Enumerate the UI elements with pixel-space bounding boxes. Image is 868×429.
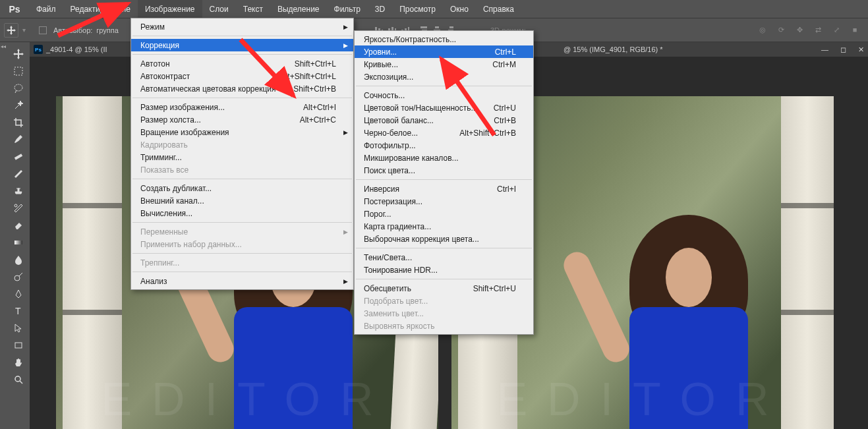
menu-item[interactable]: Цветовой баланс...Ctrl+B [355,114,533,127]
minimize-button[interactable]: — [821,45,828,53]
menu-item[interactable]: Тени/Света... [355,251,533,264]
menu-item-label: Тримминг... [140,153,182,162]
menu-3d[interactable]: 3D [368,0,392,18]
move-tool-preset-icon[interactable] [4,23,18,38]
rectangle-tool[interactable] [9,337,28,353]
camera-icon[interactable]: ■ [848,20,861,40]
menu-file[interactable]: Файл [29,0,63,18]
document-title-right[interactable]: @ 15% (IMG_4901, RGB/16) * [564,42,663,57]
type-tool[interactable]: T [9,303,28,319]
menu-select[interactable]: Выделение [270,0,327,18]
path-selection-tool[interactable] [9,320,28,336]
menu-item[interactable]: Коррекция▶ [131,39,353,51]
ps-doc-icon: Ps [34,45,43,54]
menu-edit[interactable]: Редактирование [63,0,138,18]
menu-item[interactable]: Яркость/Контрастность... [355,33,533,45]
menu-item[interactable]: Выборочная коррекция цвета... [355,233,533,245]
menu-item: Применить набор данных... [131,238,353,250]
slide-icon[interactable]: ⇄ [811,20,825,40]
adjustments-submenu: Яркость/Контрастность...Уровни...Ctrl+LК… [354,30,534,335]
pen-tool[interactable] [9,286,28,302]
menu-item-label: Внешний канал... [140,196,204,206]
menu-separator [356,86,532,86]
brush-tool[interactable] [9,166,28,182]
menu-item-shortcut: Alt+Ctrl+I [303,103,336,112]
lasso-tool[interactable] [9,80,28,96]
menu-text[interactable]: Текст [236,0,270,18]
menu-item[interactable]: Размер изображения...Alt+Ctrl+I [131,101,353,113]
pan-icon[interactable]: ✥ [793,20,806,40]
menu-item-label: Тени/Света... [364,253,412,262]
menu-item[interactable]: Экспозиция... [355,71,533,83]
menu-item-shortcut: Alt+Shift+Ctrl+B [459,129,516,138]
hand-tool[interactable] [9,355,28,370]
zoom-tool[interactable] [9,372,28,387]
dodge-tool[interactable] [9,269,28,285]
menu-item[interactable]: Тримминг... [131,151,353,163]
menu-item[interactable]: Поиск цвета... [355,164,533,177]
toolbar: T [7,42,30,429]
menu-item[interactable]: АвтотонShift+Ctrl+L [131,57,353,70]
group-dropdown-label[interactable]: группа [96,26,119,34]
menu-item[interactable]: Внешний канал... [131,194,353,207]
clone-stamp-tool[interactable] [9,183,28,199]
healing-brush-tool[interactable] [9,149,28,165]
menu-item[interactable]: Цветовой тон/Насыщенность...Ctrl+U [355,101,533,114]
submenu-arrow-icon: ▶ [343,278,348,285]
menu-window[interactable]: Окно [443,0,476,18]
scale-icon[interactable]: ⤢ [830,20,843,40]
menu-help[interactable]: Справка [476,0,521,18]
blur-tool[interactable] [9,252,28,268]
eyedropper-tool[interactable] [9,132,28,148]
menu-filter[interactable]: Фильтр [327,0,368,18]
orbit-icon[interactable]: ◎ [756,20,769,40]
menu-item[interactable]: Порог... [355,208,533,220]
menu-item-label: Экспозиция... [364,72,413,82]
menu-item[interactable]: Карта градиента... [355,220,533,233]
history-brush-tool[interactable] [9,200,28,216]
eraser-tool[interactable] [9,217,28,233]
menu-image[interactable]: Изображение [138,0,202,18]
gradient-tool[interactable] [9,235,28,250]
menu-item[interactable]: Кривые...Ctrl+M [355,58,533,71]
menu-item[interactable]: Режим▶ [131,20,353,33]
menu-item-label: Карта градиента... [364,222,431,231]
autoselect-label: Автовыбор: [53,26,92,34]
menu-item-label: Выборочная коррекция цвета... [364,235,479,244]
menu-item[interactable]: Создать дубликат... [131,182,353,194]
menu-item[interactable]: Вращение изображения▶ [131,126,353,138]
menu-item[interactable]: Размер холста...Alt+Ctrl+C [131,113,353,126]
menu-item[interactable]: Фотофильтр... [355,139,533,152]
autoselect-checkbox[interactable] [39,26,47,34]
panel-collapse-strip[interactable]: ▸▸ [0,42,7,429]
menu-item[interactable]: Анализ▶ [131,275,353,287]
menu-item[interactable]: Автоматическая цветовая коррекцияShift+C… [131,82,353,95]
menu-item[interactable]: Черно-белое...Alt+Shift+Ctrl+B [355,127,533,139]
menu-item[interactable]: Тонирование HDR... [355,264,533,276]
move-tool[interactable] [9,46,28,62]
menu-item-label: Поиск цвета... [364,166,415,175]
menu-separator [132,54,352,55]
menu-layers[interactable]: Слои [202,0,236,18]
menu-item[interactable]: Уровни...Ctrl+L [355,45,533,58]
menu-item[interactable]: Постеризация... [355,195,533,208]
menu-item[interactable]: Вычисления... [131,207,353,219]
menu-item[interactable]: Сочность... [355,89,533,101]
menu-separator [132,272,352,272]
roll-icon[interactable]: ⟳ [774,20,788,40]
menu-item[interactable]: Микширование каналов... [355,152,533,164]
marquee-tool[interactable] [9,63,28,79]
close-button[interactable]: ✕ [858,45,864,54]
submenu-arrow-icon: ▶ [343,229,348,235]
maximize-button[interactable]: ◻ [840,45,846,54]
menu-item-label: Кривые... [364,60,398,69]
menu-item[interactable]: ИнверсияCtrl+I [355,183,533,195]
menu-separator [356,179,532,180]
magic-wand-tool[interactable] [9,98,28,113]
svg-rect-12 [435,26,439,28]
menu-item[interactable]: ОбесцветитьShift+Ctrl+U [355,282,533,295]
menu-item[interactable]: АвтоконтрастAlt+Shift+Ctrl+L [131,70,353,82]
document-title-left[interactable]: _4901-4 @ 15% (II [46,45,107,53]
crop-tool[interactable] [9,115,28,130]
menu-view[interactable]: Просмотр [392,0,443,18]
